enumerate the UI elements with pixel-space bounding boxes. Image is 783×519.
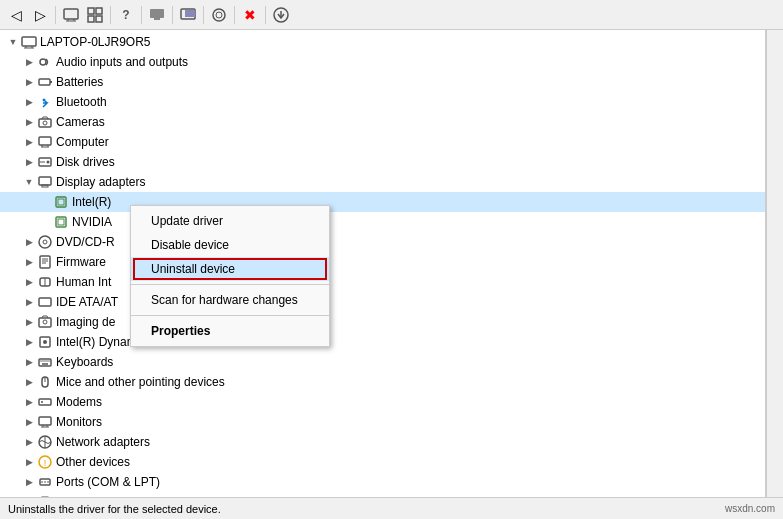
uninstall-device-menu-item[interactable]: Uninstall device bbox=[131, 257, 329, 281]
modem-icon bbox=[37, 394, 53, 410]
expand-btn[interactable]: ▶ bbox=[21, 494, 37, 497]
imaging-icon bbox=[37, 314, 53, 330]
list-item[interactable]: ▶ Network adapters bbox=[0, 432, 765, 452]
list-item[interactable]: ▶ Firmware bbox=[0, 252, 765, 272]
list-item[interactable]: ▶ Print queues bbox=[0, 492, 765, 497]
network-icon bbox=[37, 434, 53, 450]
ports-icon bbox=[37, 474, 53, 490]
item-label: Firmware bbox=[56, 255, 106, 269]
chip-icon bbox=[53, 194, 69, 210]
list-item[interactable]: ▶ Keyboards bbox=[0, 352, 765, 372]
tree-root[interactable]: ▼ LAPTOP-0LJR9OR5 bbox=[0, 32, 765, 52]
svg-point-30 bbox=[47, 161, 50, 164]
update-driver-menu-item[interactable]: Update driver bbox=[131, 209, 329, 233]
item-label: Computer bbox=[56, 135, 109, 149]
expand-btn[interactable]: ▶ bbox=[21, 54, 37, 70]
svg-rect-46 bbox=[40, 256, 50, 268]
item-label: Cameras bbox=[56, 115, 105, 129]
download-button[interactable] bbox=[270, 4, 292, 26]
svg-rect-53 bbox=[39, 318, 51, 327]
expand-btn[interactable]: ▶ bbox=[21, 354, 37, 370]
device-tree[interactable]: ▼ LAPTOP-0LJR9OR5 ▶ Audio inputs and out… bbox=[0, 30, 766, 497]
ide-icon bbox=[37, 294, 53, 310]
svg-rect-23 bbox=[39, 119, 51, 127]
item-label: Batteries bbox=[56, 75, 103, 89]
expand-btn[interactable]: ▶ bbox=[21, 94, 37, 110]
list-item[interactable]: ▶ Audio inputs and outputs bbox=[0, 52, 765, 72]
computer-icon bbox=[37, 134, 53, 150]
expand-btn[interactable]: ▶ bbox=[21, 414, 37, 430]
expand-btn[interactable]: ▶ bbox=[21, 394, 37, 410]
expand-btn[interactable]: ▶ bbox=[21, 454, 37, 470]
list-item[interactable]: ▶ Computer bbox=[0, 132, 765, 152]
svg-rect-4 bbox=[88, 8, 94, 14]
item-label: DVD/CD-R bbox=[56, 235, 115, 249]
svg-rect-8 bbox=[150, 9, 164, 18]
svg-rect-32 bbox=[39, 177, 51, 185]
delete-button[interactable]: ✖ bbox=[239, 4, 261, 26]
svg-rect-9 bbox=[154, 18, 160, 20]
list-item[interactable]: ▶ IDE ATA/AT bbox=[0, 292, 765, 312]
list-item[interactable]: ▶ Human Int bbox=[0, 272, 765, 292]
display-button[interactable] bbox=[146, 4, 168, 26]
expand-btn[interactable]: ▶ bbox=[21, 234, 37, 250]
list-item[interactable]: ▶ Batteries bbox=[0, 72, 765, 92]
scan-hardware-menu-item[interactable]: Scan for hardware changes bbox=[131, 288, 329, 312]
list-item[interactable]: ▶ Intel(R) Dynamic Platform and Thermal … bbox=[0, 332, 765, 352]
properties-menu-item[interactable]: Properties bbox=[131, 319, 329, 343]
svg-rect-35 bbox=[58, 199, 64, 205]
expand-root[interactable]: ▼ bbox=[5, 34, 21, 50]
help-button[interactable]: ? bbox=[115, 4, 137, 26]
expand-btn[interactable]: ▶ bbox=[21, 254, 37, 270]
print-icon bbox=[37, 494, 53, 497]
computer-icon bbox=[21, 34, 37, 50]
list-item[interactable]: Intel(R) bbox=[0, 192, 765, 212]
separator bbox=[55, 6, 56, 24]
list-item[interactable]: ▶ Mice and other pointing devices bbox=[0, 372, 765, 392]
scrollbar[interactable] bbox=[766, 30, 783, 497]
svg-rect-68 bbox=[39, 417, 51, 425]
svg-rect-52 bbox=[39, 298, 51, 306]
list-item[interactable]: ▶ Imaging de bbox=[0, 312, 765, 332]
list-item[interactable]: ▶ Bluetooth bbox=[0, 92, 765, 112]
separator bbox=[203, 6, 204, 24]
list-item[interactable]: ▶ Ports (COM & LPT) bbox=[0, 472, 765, 492]
status-text: Uninstalls the driver for the selected d… bbox=[8, 503, 221, 515]
item-label: Disk drives bbox=[56, 155, 115, 169]
expand-display[interactable]: ▼ bbox=[21, 174, 37, 190]
expand-btn[interactable]: ▶ bbox=[21, 134, 37, 150]
forward-button[interactable]: ▷ bbox=[29, 4, 51, 26]
list-item[interactable]: ▶ ! Other devices bbox=[0, 452, 765, 472]
list-item[interactable]: ▼ Display adapters bbox=[0, 172, 765, 192]
svg-point-67 bbox=[41, 401, 43, 403]
list-item[interactable]: ▶ Cameras bbox=[0, 112, 765, 132]
expand-btn[interactable]: ▶ bbox=[21, 154, 37, 170]
list-item[interactable]: ▶ Modems bbox=[0, 392, 765, 412]
expand-btn[interactable]: ▶ bbox=[21, 294, 37, 310]
expand-btn[interactable]: ▶ bbox=[21, 434, 37, 450]
list-item[interactable]: ▶ Monitors bbox=[0, 412, 765, 432]
item-label: Imaging de bbox=[56, 315, 115, 329]
expand-btn[interactable]: ▶ bbox=[21, 314, 37, 330]
disable-device-menu-item[interactable]: Disable device bbox=[131, 233, 329, 257]
expand-btn[interactable]: ▶ bbox=[21, 274, 37, 290]
expand-btn[interactable]: ▶ bbox=[21, 374, 37, 390]
svg-rect-66 bbox=[39, 399, 51, 405]
list-item[interactable]: NVIDIA bbox=[0, 212, 765, 232]
back-button[interactable]: ◁ bbox=[5, 4, 27, 26]
list-item[interactable]: ▶ Disk drives bbox=[0, 152, 765, 172]
monitor2-button[interactable] bbox=[177, 4, 199, 26]
context-menu: Update driver Disable device Uninstall d… bbox=[130, 205, 330, 347]
list-item[interactable]: ▶ DVD/CD-R bbox=[0, 232, 765, 252]
svg-point-20 bbox=[40, 59, 46, 65]
item-label: NVIDIA bbox=[72, 215, 112, 229]
expand-btn[interactable]: ▶ bbox=[21, 474, 37, 490]
separator bbox=[110, 6, 111, 24]
scan-button[interactable] bbox=[208, 4, 230, 26]
expand-btn[interactable]: ▶ bbox=[21, 114, 37, 130]
expand-btn[interactable]: ▶ bbox=[21, 334, 37, 350]
monitor-button[interactable] bbox=[60, 4, 82, 26]
expand-btn[interactable]: ▶ bbox=[21, 74, 37, 90]
grid-button[interactable] bbox=[84, 4, 106, 26]
svg-rect-57 bbox=[39, 359, 51, 366]
